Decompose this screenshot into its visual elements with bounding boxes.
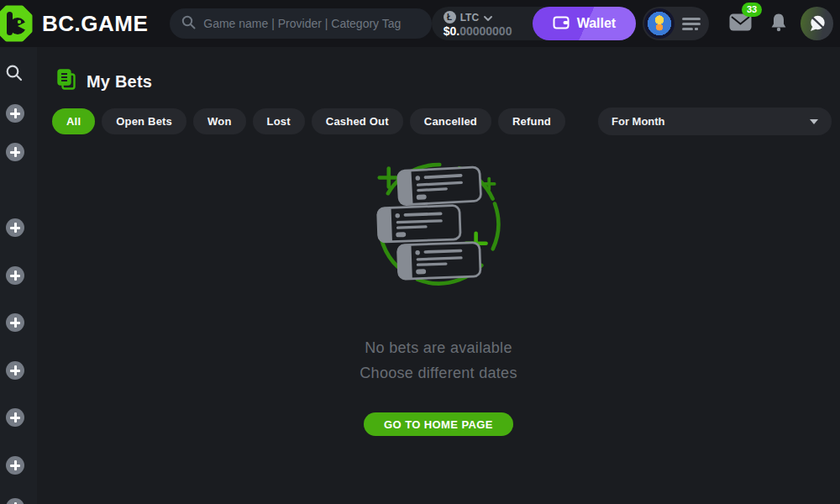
wallet-button[interactable]: Wallet — [533, 7, 637, 40]
chevron-down-icon — [483, 10, 493, 25]
period-filter-dropdown[interactable]: For Month — [598, 108, 832, 135]
balance-wallet-group: Ł LTC $0.00000000 Wallet — [432, 7, 637, 40]
my-bets-page: My Bets All Open Bets Won Lost Cashed Ou… — [37, 47, 840, 504]
left-sidebar — [0, 47, 37, 504]
empty-message-line2: Choose different dates — [360, 365, 517, 382]
tab-cancelled[interactable]: Cancelled — [410, 108, 491, 134]
notifications-button[interactable] — [770, 13, 787, 35]
bet-filter-tabs: All Open Bets Won Lost Cashed Out Cancel… — [52, 108, 840, 134]
search-icon — [5, 64, 24, 82]
search-icon — [181, 15, 196, 33]
chat-disabled-icon — [807, 13, 827, 34]
sidebar-plus-button[interactable] — [6, 143, 24, 161]
balance-amount: $0.00000000 — [444, 25, 519, 38]
bcgame-logo[interactable]: BC.GAME — [0, 4, 148, 43]
page-header: My Bets — [37, 47, 840, 95]
tab-open-bets[interactable]: Open Bets — [102, 108, 186, 134]
profile-group — [643, 7, 709, 40]
page-title: My Bets — [87, 72, 152, 92]
currency-selector[interactable]: Ł LTC $0.00000000 — [432, 10, 533, 38]
game-search-bar[interactable] — [170, 8, 431, 39]
bell-icon — [770, 13, 787, 32]
sidebar-plus-button[interactable] — [6, 104, 24, 123]
sidebar-search-button[interactable] — [5, 64, 24, 86]
profile-menu-icon[interactable] — [682, 18, 701, 30]
caret-down-icon — [810, 119, 818, 124]
search-input[interactable] — [203, 17, 419, 30]
user-avatar[interactable] — [644, 8, 675, 39]
tab-refund[interactable]: Refund — [498, 108, 565, 134]
messages-button[interactable]: 33 — [729, 13, 752, 34]
bcgame-logo-icon — [0, 4, 34, 43]
top-header: BC.GAME Ł LTC $0.00000000 — [0, 0, 840, 47]
wallet-icon — [553, 15, 570, 33]
messages-badge: 33 — [742, 3, 762, 17]
tab-cashed-out[interactable]: Cashed Out — [312, 108, 403, 134]
period-filter-value: For Month — [612, 115, 665, 128]
empty-bets-illustration — [365, 155, 512, 297]
sidebar-plus-button[interactable] — [6, 218, 24, 237]
tab-all[interactable]: All — [52, 108, 95, 134]
logo-wordmark: BC.GAME — [42, 11, 148, 37]
sidebar-plus-button[interactable] — [6, 361, 24, 380]
currency-code: LTC — [460, 12, 479, 24]
ltc-coin-icon: Ł — [444, 11, 456, 24]
empty-message-line1: No bets are available — [365, 339, 512, 357]
tab-lost[interactable]: Lost — [253, 108, 305, 134]
sidebar-plus-button[interactable] — [6, 408, 24, 427]
tab-won[interactable]: Won — [193, 108, 246, 134]
sidebar-plus-button[interactable] — [6, 266, 24, 285]
sidebar-plus-button[interactable] — [6, 498, 24, 504]
my-bets-icon — [55, 68, 77, 95]
chat-toggle-button[interactable] — [801, 7, 833, 40]
sidebar-plus-button[interactable] — [6, 313, 24, 332]
sidebar-plus-button[interactable] — [6, 456, 24, 475]
go-home-button[interactable]: GO TO HOME PAGE — [364, 412, 513, 436]
empty-state: No bets are available Choose different d… — [37, 155, 840, 436]
